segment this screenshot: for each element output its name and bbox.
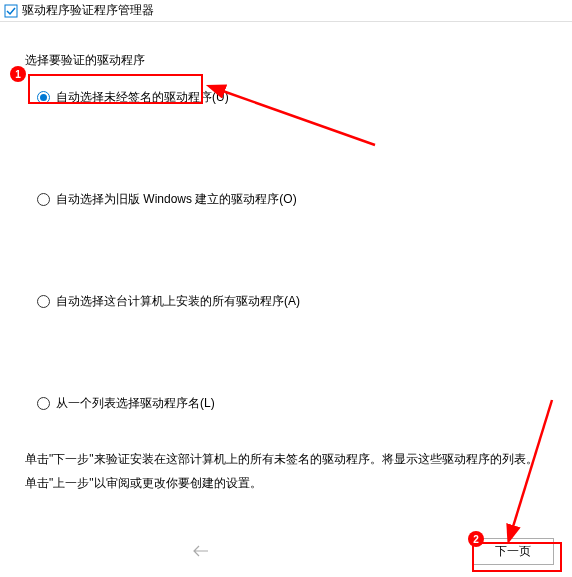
radio-icon	[37, 193, 50, 206]
radio-label: 从一个列表选择驱动程序名(L)	[56, 395, 215, 412]
group-label: 选择要验证的驱动程序	[25, 52, 547, 69]
radio-icon	[37, 397, 50, 410]
content-area: 选择要验证的驱动程序 自动选择未经签名的驱动程序(U) 自动选择为旧版 Wind…	[0, 22, 572, 505]
radio-icon	[37, 91, 50, 104]
next-button[interactable]: 下一页	[472, 538, 554, 565]
radio-option-all-drivers[interactable]: 自动选择这台计算机上安装的所有驱动程序(A)	[37, 293, 547, 310]
radio-label: 自动选择这台计算机上安装的所有驱动程序(A)	[56, 293, 300, 310]
radio-label: 自动选择未经签名的驱动程序(U)	[56, 89, 229, 106]
button-bar: 下一页	[0, 533, 572, 569]
title-bar: 驱动程序验证程序管理器	[0, 0, 572, 22]
app-icon	[4, 4, 18, 18]
window-title: 驱动程序验证程序管理器	[22, 2, 154, 19]
hint-line-1: 单击"下一步"来验证安装在这部计算机上的所有未签名的驱动程序。将显示这些驱动程序…	[25, 447, 547, 471]
hint-line-2: 单击"上一步"以审阅或更改你要创建的设置。	[25, 471, 547, 495]
hint-text: 单击"下一步"来验证安装在这部计算机上的所有未签名的驱动程序。将显示这些驱动程序…	[25, 447, 547, 495]
radio-option-unsigned[interactable]: 自动选择未经签名的驱动程序(U)	[37, 89, 547, 106]
radio-option-from-list[interactable]: 从一个列表选择驱动程序名(L)	[37, 395, 547, 412]
back-icon[interactable]	[190, 540, 212, 562]
svg-rect-0	[5, 5, 17, 17]
radio-icon	[37, 295, 50, 308]
radio-group: 自动选择未经签名的驱动程序(U) 自动选择为旧版 Windows 建立的驱动程序…	[25, 89, 547, 412]
radio-label: 自动选择为旧版 Windows 建立的驱动程序(O)	[56, 191, 297, 208]
radio-option-old-windows[interactable]: 自动选择为旧版 Windows 建立的驱动程序(O)	[37, 191, 547, 208]
